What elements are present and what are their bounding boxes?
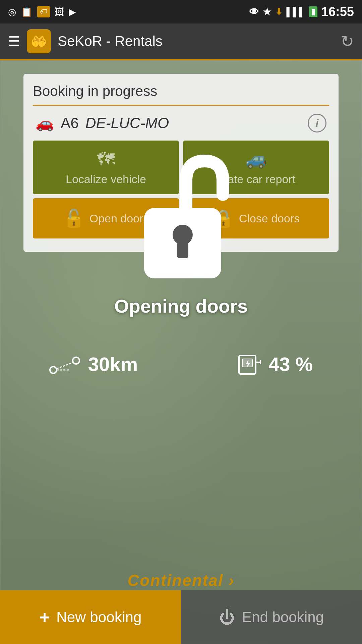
svg-rect-2 — [177, 241, 188, 258]
end-booking-label: End booking — [242, 609, 324, 626]
distance-value: 30km — [88, 353, 138, 375]
image-icon: 🖼 — [55, 6, 64, 17]
battery-stat: 43 % — [236, 352, 313, 376]
booking-title: Booking in progress — [33, 83, 329, 106]
svg-line-6 — [57, 363, 73, 369]
continental-bar: Continental › — [0, 570, 362, 590]
tag-icon: 🏷 — [37, 6, 50, 17]
status-bar-right-icons: 👁 ★ ⬇ ▌▌▌ ▮ 16:55 — [249, 5, 354, 19]
car-report-icon: 🚙 — [245, 149, 267, 169]
end-booking-button[interactable]: ⏻ End booking — [181, 590, 362, 644]
new-booking-label: New booking — [56, 609, 141, 626]
app-logo: 🤲 — [27, 29, 51, 53]
status-bar-left-icons: ◎ 📋 🏷 🖼 ▶ — [8, 6, 76, 17]
eye-icon: 👁 — [249, 6, 259, 17]
vehicle-info-button[interactable]: i — [308, 114, 326, 132]
battery-icon: ▮ — [309, 6, 317, 17]
new-booking-button[interactable]: + New booking — [0, 590, 181, 644]
app-bar: ☰ 🤲 SeKoR - Rentals ↻ — [0, 23, 362, 60]
charge-icon — [236, 352, 263, 376]
battery-value: 43 % — [268, 353, 313, 375]
vehicle-id: A6 — [61, 115, 79, 131]
map-icon: 🗺 — [97, 149, 115, 169]
svg-point-3 — [50, 367, 57, 373]
svg-point-5 — [73, 357, 79, 364]
bluetooth-icon: ★ — [263, 6, 271, 17]
distance-stat: 30km — [49, 353, 138, 375]
open-lock-icon: 🔓 — [63, 208, 85, 229]
signal-icon: ▌▌▌ — [287, 7, 305, 17]
car-icon: 🚗 — [36, 114, 54, 132]
status-bar: ◎ 📋 🏷 🖼 ▶ 👁 ★ ⬇ ▌▌▌ ▮ 16:55 — [0, 0, 362, 23]
route-icon — [49, 354, 83, 374]
app-title: SeKoR - Rentals — [58, 33, 163, 49]
opening-doors-text: Opening doors — [114, 295, 248, 317]
vehicle-code: DE-LUC-MO — [85, 115, 169, 131]
logo-icon: 🤲 — [31, 34, 47, 49]
download-icon: ⬇ — [275, 7, 283, 17]
vehicle-info: 🚗 A6 DE-LUC-MO — [36, 114, 169, 132]
clipboard-icon: 📋 — [21, 6, 33, 17]
lock-overlay: Opening doors — [114, 154, 248, 317]
stats-row: 30km 43 % — [0, 352, 362, 376]
continental-text: Continental › — [127, 571, 234, 590]
bottom-bar: + New booking ⏻ End booking — [0, 590, 362, 644]
clock: 16:55 — [321, 5, 354, 19]
lock-svg — [127, 154, 235, 282]
menu-button[interactable]: ☰ — [8, 34, 20, 49]
play-icon: ▶ — [69, 6, 76, 17]
new-booking-icon: + — [40, 607, 50, 627]
vehicle-row: 🚗 A6 DE-LUC-MO i — [33, 114, 329, 132]
close-doors-label: Close doors — [239, 212, 300, 225]
alarm-icon: ◎ — [8, 6, 16, 17]
app-bar-left: ☰ 🤲 SeKoR - Rentals — [8, 29, 163, 53]
refresh-button[interactable]: ↻ — [341, 32, 354, 51]
end-booking-icon: ⏻ — [219, 608, 235, 627]
